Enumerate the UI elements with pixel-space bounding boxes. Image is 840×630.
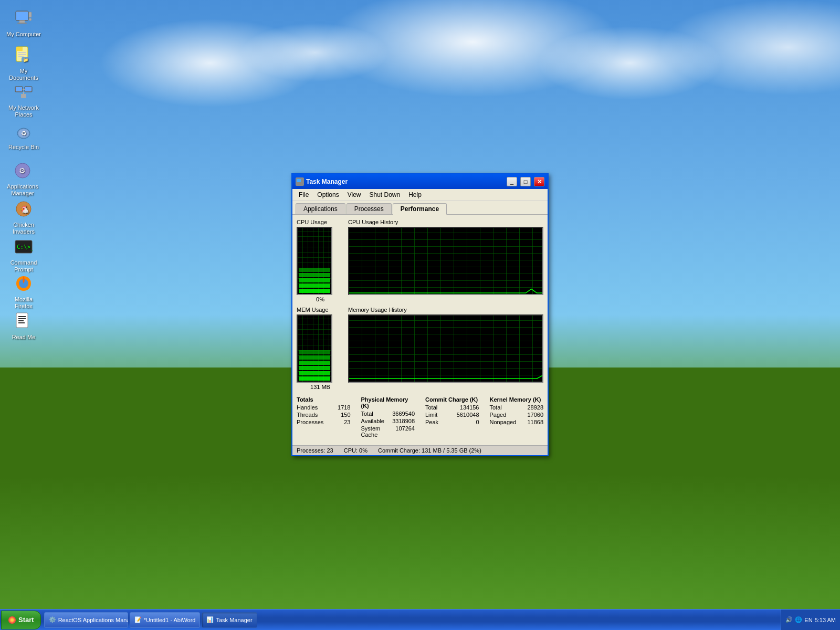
start-button[interactable]: Start bbox=[1, 611, 41, 629]
commit-total-value: 134156 bbox=[460, 404, 479, 411]
mem-history-label: Memory Usage History bbox=[348, 307, 543, 313]
start-icon bbox=[8, 616, 16, 624]
threads-row: Threads 150 bbox=[297, 412, 351, 418]
mem-usage-panel: MEM Usage 131 MB bbox=[297, 307, 344, 390]
system-tray: 🔊 🌐 EN 5:13 AM bbox=[781, 610, 840, 630]
mem-history-graph bbox=[348, 314, 543, 383]
handles-label: Handles bbox=[297, 404, 318, 411]
my-documents-icon: 📁 bbox=[13, 45, 34, 66]
path-text: C:\ReactOS bbox=[705, 601, 836, 607]
menu-shutdown[interactable]: Shut Down bbox=[365, 190, 405, 200]
mem-usage-label: MEM Usage bbox=[297, 307, 344, 313]
minimize-button[interactable]: _ bbox=[507, 177, 517, 186]
maximize-button[interactable]: □ bbox=[520, 177, 531, 186]
my-computer-label: My Computer bbox=[6, 31, 41, 38]
svg-text:♻: ♻ bbox=[21, 130, 27, 137]
my-network-label: My Network Places bbox=[5, 104, 42, 118]
taskbar-item-0[interactable]: ⚙️ ReactOS Applications Mana... bbox=[44, 612, 128, 628]
mem-history-svg bbox=[349, 316, 542, 382]
close-button[interactable]: ✕ bbox=[534, 177, 544, 186]
bottom-info: ReactOS Version 0.4.14 Build 20240602-0.… bbox=[701, 582, 840, 609]
totals-title: Totals bbox=[297, 396, 351, 403]
taskbar-item-0-label: ReactOS Applications Mana... bbox=[58, 617, 128, 623]
tab-performance[interactable]: Performance bbox=[393, 203, 447, 215]
recycle-icon: ♻ bbox=[13, 121, 34, 142]
commit-total-label: Total bbox=[425, 404, 437, 411]
tray-volume-icon[interactable]: 🔊 bbox=[785, 616, 793, 623]
tab-processes[interactable]: Processes bbox=[346, 203, 392, 214]
cmd-icon: C:\>_ bbox=[13, 236, 34, 257]
mem-row: MEM Usage 131 MB bbox=[297, 307, 543, 390]
taskbar-item-0-icon: ⚙️ bbox=[49, 616, 56, 623]
handles-value: 1718 bbox=[338, 404, 350, 411]
phys-total-label: Total bbox=[361, 411, 373, 417]
phys-cache-label: System Cache bbox=[361, 425, 396, 438]
desktop-icon-my-documents[interactable]: 📁 My Documents bbox=[5, 45, 42, 81]
processes-label: Processes bbox=[297, 419, 323, 425]
taskbar-item-1[interactable]: 📝 *Untitled1 - AbiWord bbox=[130, 612, 201, 628]
kernel-nonpaged-value: 11868 bbox=[527, 419, 543, 425]
threads-label: Threads bbox=[297, 412, 318, 418]
tray-network-icon[interactable]: 🌐 bbox=[795, 616, 802, 623]
svg-rect-34 bbox=[18, 320, 24, 321]
mem-history-panel: Memory Usage History bbox=[348, 307, 543, 390]
cpu-history-panel: CPU Usage History bbox=[348, 219, 543, 302]
tab-applications[interactable]: Applications bbox=[296, 203, 345, 214]
svg-text:C:\>_: C:\>_ bbox=[17, 244, 33, 250]
desktop-icon-firefox[interactable]: Mozilla Firefox bbox=[5, 273, 42, 310]
physical-memory-title: Physical Memory (K) bbox=[361, 396, 415, 409]
statusbar: Processes: 23 CPU: 0% Commit Charge: 131… bbox=[292, 445, 548, 455]
desktop-icon-my-computer[interactable]: My Computer bbox=[5, 8, 42, 38]
phys-total-row: Total 3669540 bbox=[361, 411, 415, 417]
commit-peak-value: 0 bbox=[476, 419, 479, 425]
desktop-icon-recycle[interactable]: ♻ Recycle Bin bbox=[5, 121, 42, 151]
svg-rect-37 bbox=[297, 179, 301, 182]
svg-rect-33 bbox=[18, 318, 26, 319]
svg-rect-18 bbox=[21, 94, 26, 98]
desktop-icon-app-manager[interactable]: ⚙ Applications Manager bbox=[4, 160, 41, 197]
my-computer-icon bbox=[13, 8, 34, 29]
threads-value: 150 bbox=[341, 412, 350, 418]
cpu-bar bbox=[297, 227, 332, 295]
svg-rect-3 bbox=[17, 23, 27, 24]
task-manager-title: Task Manager bbox=[306, 178, 503, 185]
totals-group: Totals Handles 1718 Threads 150 Processe… bbox=[297, 396, 351, 439]
menu-file[interactable]: File bbox=[295, 190, 313, 200]
cpu-row: CPU Usage 0% bbox=[297, 219, 543, 302]
svg-point-40 bbox=[10, 618, 14, 622]
taskbar-item-1-icon: 📝 bbox=[134, 616, 142, 623]
menu-options[interactable]: Options bbox=[313, 190, 343, 200]
cpu-usage-label: CPU Usage bbox=[297, 219, 344, 225]
kernel-paged-row: Paged 17060 bbox=[490, 412, 544, 418]
cpu-value: 0% bbox=[297, 296, 344, 302]
svg-rect-7 bbox=[16, 47, 23, 51]
app-manager-label: Applications Manager bbox=[4, 183, 41, 197]
commit-total-row: Total 134156 bbox=[425, 404, 479, 411]
commit-charge-group: Commit Charge (K) Total 134156 Limit 561… bbox=[425, 396, 479, 439]
desktop-icon-readme[interactable]: Read Me bbox=[5, 311, 42, 341]
menu-view[interactable]: View bbox=[343, 190, 365, 200]
readme-label: Read Me bbox=[12, 334, 36, 341]
commit-title: Commit Charge (K) bbox=[425, 396, 479, 403]
title-icon bbox=[296, 177, 304, 186]
desktop-icon-chicken[interactable]: 🐔 Chicken Invaders bbox=[5, 198, 42, 235]
titlebar[interactable]: Task Manager _ □ ✕ bbox=[292, 174, 548, 189]
taskbar: Start ⚙️ ReactOS Applications Mana... 📝 … bbox=[0, 609, 840, 630]
phys-cache-row: System Cache 107264 bbox=[361, 425, 415, 438]
readme-icon bbox=[13, 311, 34, 332]
desktop-icon-my-network[interactable]: My Network Places bbox=[5, 81, 42, 118]
menu-help[interactable]: Help bbox=[404, 190, 426, 200]
taskbar-item-2[interactable]: 📊 Task Manager bbox=[202, 612, 257, 628]
cmd-label: Command Prompt bbox=[5, 259, 42, 273]
stats-section: Totals Handles 1718 Threads 150 Processe… bbox=[297, 394, 543, 441]
cpu-usage-panel: CPU Usage 0% bbox=[297, 219, 344, 302]
processes-row: Processes 23 bbox=[297, 419, 351, 425]
menubar: File Options View Shut Down Help bbox=[292, 189, 548, 201]
recycle-label: Recycle Bin bbox=[8, 144, 39, 151]
desktop-icon-cmd[interactable]: C:\>_ Command Prompt bbox=[5, 236, 42, 273]
svg-rect-32 bbox=[18, 316, 26, 317]
svg-rect-4 bbox=[29, 12, 32, 17]
start-label: Start bbox=[18, 616, 34, 624]
handles-row: Handles 1718 bbox=[297, 404, 351, 411]
phys-avail-value: 3318908 bbox=[392, 418, 415, 424]
